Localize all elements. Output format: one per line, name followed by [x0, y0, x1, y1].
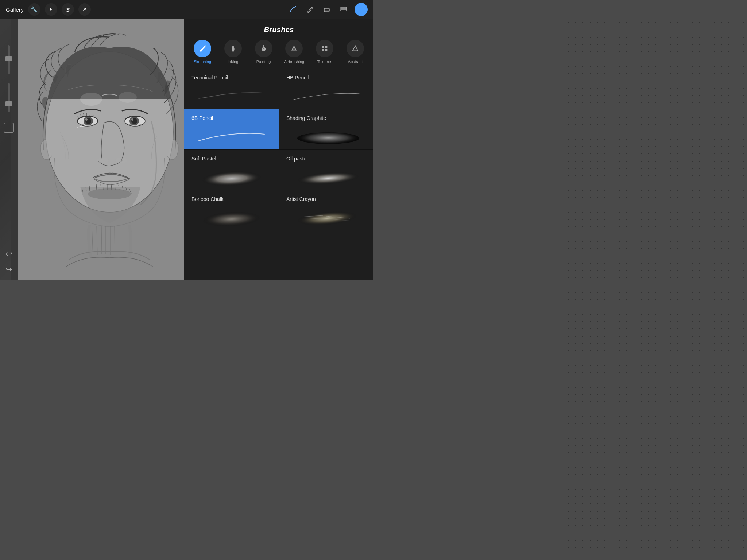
svg-point-31 — [296, 131, 360, 144]
svg-point-20 — [200, 50, 202, 52]
svg-rect-26 — [325, 46, 328, 48]
category-tabs: Sketching Inking Painting — [184, 38, 374, 69]
gallery-button[interactable]: Gallery — [6, 7, 24, 13]
svg-rect-25 — [322, 46, 324, 48]
brush-name-shading-graphite: Shading Graphite — [286, 115, 366, 121]
redo-button[interactable]: ↪ — [3, 263, 15, 276]
brush-preview-oil-pastel — [286, 167, 366, 185]
svg-rect-3 — [341, 7, 347, 9]
add-brush-button[interactable]: + — [363, 25, 368, 35]
airbrushing-icon — [285, 40, 303, 57]
top-bar: Gallery 🔧 ✦ S ↗ — [0, 0, 374, 19]
svg-point-0 — [295, 6, 296, 7]
tab-painting[interactable]: Painting — [253, 40, 275, 64]
svg-rect-28 — [325, 49, 328, 51]
brush-preview-hb-pencil — [286, 86, 366, 104]
brush-name-technical-pencil: Technical Pencil — [191, 75, 271, 81]
svg-point-17 — [80, 93, 102, 106]
abstract-label: Abstract — [348, 59, 363, 64]
brush-name-artist-crayon: Artist Crayon — [286, 196, 366, 202]
opacity-slider-thumb[interactable] — [5, 101, 12, 106]
arrow-button[interactable]: ↗ — [78, 3, 91, 16]
inking-label: Inking — [228, 59, 238, 64]
arrow-icon: ↗ — [82, 6, 87, 13]
svg-point-18 — [119, 92, 137, 103]
tab-inking[interactable]: Inking — [222, 40, 244, 64]
tab-sketching[interactable]: Sketching — [191, 40, 213, 64]
opacity-slider-track[interactable] — [8, 83, 10, 112]
svg-point-22 — [263, 48, 264, 49]
sketching-icon — [194, 40, 211, 57]
magic-icon: ✦ — [49, 6, 53, 13]
wrench-button[interactable]: 🔧 — [28, 3, 40, 16]
brush-item-oil-pastel[interactable]: Oil pastel — [279, 150, 374, 190]
inking-icon — [224, 40, 242, 57]
brush-preview-bonobo-chalk — [191, 207, 271, 225]
textures-icon — [316, 40, 333, 57]
brush-name-hb-pencil: HB Pencil — [286, 75, 366, 81]
tab-abstract[interactable]: Abstract — [344, 40, 366, 64]
abstract-icon — [347, 40, 364, 57]
brush-name-oil-pastel: Oil pastel — [286, 156, 366, 162]
brush-item-soft-pastel[interactable]: Soft Pastel — [184, 150, 279, 190]
eraser-tool-icon[interactable] — [321, 4, 333, 15]
top-right-controls — [287, 3, 368, 16]
swirl-button[interactable]: S — [62, 3, 74, 16]
sketching-label: Sketching — [194, 59, 211, 64]
brush-preview-technical-pencil — [191, 86, 271, 104]
svg-point-19 — [88, 188, 131, 199]
size-slider-track[interactable] — [8, 45, 10, 74]
svg-rect-4 — [341, 9, 347, 11]
brush-item-bonobo-chalk[interactable]: Bonobo Chalk — [184, 190, 279, 230]
svg-point-34 — [202, 210, 261, 227]
brush-tool-icon[interactable] — [287, 4, 299, 15]
brush-item-artist-crayon[interactable]: Artist Crayon — [279, 190, 374, 230]
svg-point-32 — [201, 170, 262, 186]
svg-rect-2 — [324, 10, 329, 11]
top-left-controls: Gallery 🔧 ✦ S ↗ — [6, 3, 91, 16]
brush-item-hb-pencil[interactable]: HB Pencil — [279, 69, 374, 109]
svg-point-10 — [85, 118, 88, 121]
textures-label: Textures — [317, 59, 332, 64]
brush-preview-artist-crayon — [286, 207, 366, 225]
brush-item-shading-graphite[interactable]: Shading Graphite — [279, 109, 374, 149]
brush-name-soft-pastel: Soft Pastel — [191, 156, 271, 162]
svg-point-33 — [297, 170, 360, 186]
layers-tool-icon[interactable] — [338, 4, 349, 15]
wrench-icon: 🔧 — [31, 6, 38, 13]
brush-grid: Technical Pencil HB Pencil 6B Pencil — [184, 69, 374, 230]
painting-icon — [255, 40, 272, 57]
brush-preview-soft-pastel — [191, 167, 271, 185]
swirl-icon: S — [66, 7, 70, 13]
brushes-panel: Brushes + Sketching Inking — [184, 19, 374, 280]
magic-button[interactable]: ✦ — [45, 3, 57, 16]
svg-rect-27 — [322, 49, 324, 51]
undo-redo-group: ↩ ↪ — [3, 248, 15, 276]
painting-label: Painting — [256, 59, 271, 64]
svg-marker-29 — [353, 46, 358, 51]
airbrushing-label: Airbrushing — [284, 59, 305, 64]
panel-header: Brushes + — [184, 19, 374, 38]
brush-name-6b-pencil: 6B Pencil — [191, 115, 271, 121]
pen-tool-icon[interactable] — [304, 4, 316, 15]
color-square-tool[interactable] — [4, 122, 14, 133]
brush-item-technical-pencil[interactable]: Technical Pencil — [184, 69, 279, 109]
left-toolbar: ↩ ↪ — [0, 19, 18, 280]
tab-textures[interactable]: Textures — [314, 40, 336, 64]
brush-name-bonobo-chalk: Bonobo Chalk — [191, 196, 271, 202]
avatar[interactable] — [355, 3, 368, 16]
svg-point-16 — [115, 158, 127, 163]
brush-preview-6b-pencil — [191, 126, 271, 144]
size-slider-thumb[interactable] — [5, 56, 12, 61]
tab-airbrushing[interactable]: Airbrushing — [283, 40, 305, 64]
undo-button[interactable]: ↩ — [3, 248, 15, 260]
brush-preview-shading-graphite — [286, 126, 366, 144]
panel-title: Brushes — [264, 26, 294, 34]
brush-item-6b-pencil[interactable]: 6B Pencil — [184, 109, 279, 149]
svg-point-14 — [131, 118, 133, 121]
svg-point-15 — [97, 158, 109, 163]
